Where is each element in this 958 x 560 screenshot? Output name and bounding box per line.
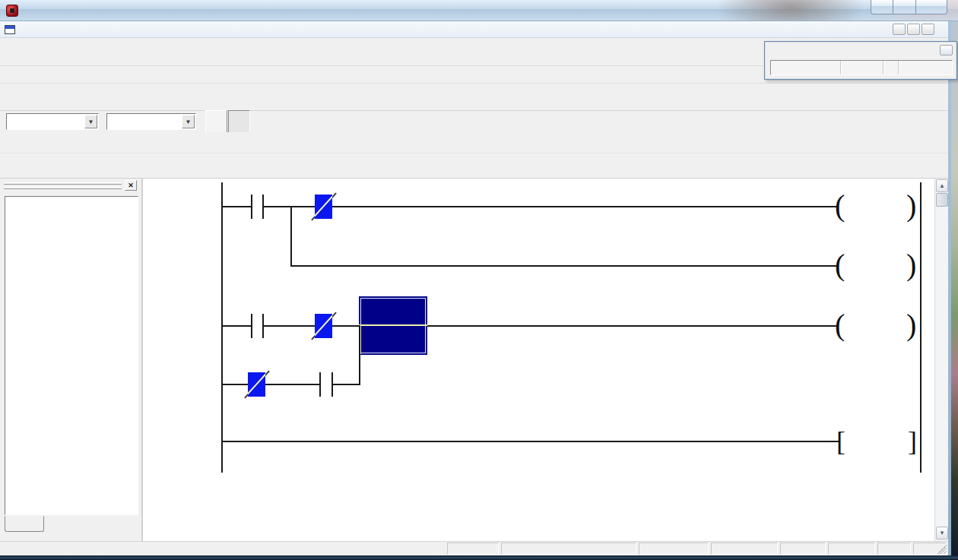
right-power-rail bbox=[920, 182, 922, 473]
scroll-up-icon[interactable]: ▲ bbox=[936, 179, 948, 192]
energized-contact-y000 bbox=[315, 314, 332, 338]
coil-open-paren: ( bbox=[835, 189, 845, 223]
coil-close-paren: ) bbox=[906, 308, 916, 342]
status-empty-4 bbox=[828, 543, 875, 555]
energized-contact-m0 bbox=[248, 372, 265, 397]
edit-cursor-cell[interactable] bbox=[359, 296, 427, 355]
instruction-open-bracket: [ bbox=[836, 426, 845, 457]
program-selector-combo[interactable]: ▼ bbox=[6, 113, 99, 130]
mdi-close-button[interactable] bbox=[922, 24, 934, 35]
project-tree bbox=[5, 196, 138, 515]
resize-grip[interactable] bbox=[937, 545, 947, 554]
status-num-lock bbox=[877, 543, 911, 555]
panel-close-icon[interactable]: ✕ bbox=[125, 180, 137, 191]
monitor-memory bbox=[899, 61, 950, 74]
workspace: ✕ ( ) ( bbox=[0, 179, 948, 541]
minimize-button[interactable] bbox=[871, 0, 893, 14]
block-selector-combo[interactable]: ▼ bbox=[106, 113, 196, 130]
coil-close-paren: ) bbox=[906, 189, 916, 223]
close-button[interactable] bbox=[915, 0, 947, 14]
small-toolbar-b bbox=[0, 153, 948, 179]
mdi-child-icon[interactable] bbox=[5, 25, 15, 34]
project-tab[interactable] bbox=[5, 516, 44, 532]
status-sim bbox=[501, 543, 636, 555]
energized-contact-m1 bbox=[315, 195, 332, 219]
status-empty-1 bbox=[639, 543, 709, 555]
coil-open-paren: ( bbox=[835, 308, 845, 342]
gx-developer-window: ▼ ▼ ✕ bbox=[0, 0, 958, 560]
status-bar bbox=[0, 541, 948, 555]
chevron-down-icon[interactable]: ▼ bbox=[84, 115, 97, 128]
menu-bar bbox=[0, 21, 948, 38]
monitor-scan-time bbox=[771, 61, 841, 74]
instruction-close-bracket: ] bbox=[908, 426, 917, 457]
coil-close-paren: ) bbox=[906, 248, 916, 282]
mdi-restore-button[interactable] bbox=[907, 24, 920, 35]
window-bottom-border bbox=[0, 555, 958, 560]
contact-bar bbox=[319, 372, 321, 397]
scrollbar-thumb[interactable] bbox=[936, 193, 948, 207]
project-tree-toggle-button[interactable] bbox=[228, 110, 250, 133]
data-switching-toolbar: ▼ ▼ bbox=[0, 111, 948, 132]
coil-open-paren: ( bbox=[835, 248, 845, 282]
monitor-close-icon[interactable] bbox=[940, 45, 953, 55]
new-window-button[interactable] bbox=[205, 110, 227, 133]
status-empty-2 bbox=[711, 543, 778, 555]
vertical-scrollbar[interactable]: ▲ ▼ bbox=[934, 179, 948, 541]
project-tree-panel: ✕ bbox=[0, 179, 143, 541]
panel-grip[interactable] bbox=[4, 182, 122, 191]
monitor-status-window bbox=[764, 41, 957, 80]
left-power-rail bbox=[221, 182, 223, 473]
branch-line bbox=[290, 206, 292, 267]
small-toolbar-a bbox=[0, 132, 948, 153]
maximize-button[interactable] bbox=[893, 0, 915, 14]
status-empty-3 bbox=[780, 543, 826, 555]
title-bar bbox=[0, 0, 958, 21]
chevron-down-icon[interactable]: ▼ bbox=[182, 115, 195, 128]
contact-bar bbox=[251, 314, 252, 338]
desktop-wallpaper-strip bbox=[951, 21, 958, 555]
monitor-status-panel bbox=[770, 60, 953, 75]
ladder-symbol-toolbar bbox=[0, 84, 948, 111]
ladder-editor-canvas[interactable]: ( ) ( ) ( bbox=[144, 179, 948, 541]
contact-bar bbox=[251, 195, 252, 219]
monitor-spacer bbox=[883, 61, 899, 74]
mdi-minimize-button[interactable] bbox=[893, 24, 906, 35]
branch-line bbox=[359, 325, 360, 385]
status-plc-type bbox=[447, 543, 499, 555]
scroll-down-icon[interactable]: ▼ bbox=[936, 527, 948, 539]
app-icon bbox=[6, 5, 18, 17]
monitor-cpu-state bbox=[841, 61, 883, 74]
